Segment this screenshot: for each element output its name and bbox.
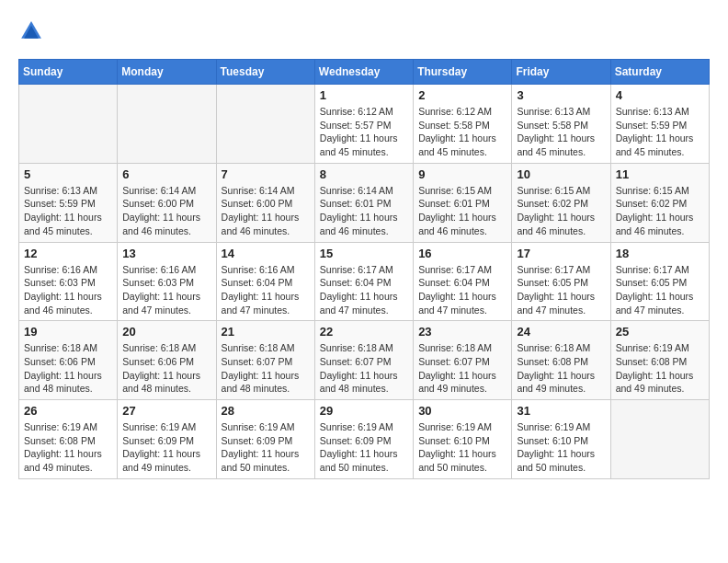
day-info: Sunrise: 6:12 AM Sunset: 5:58 PM Dayligh… bbox=[418, 105, 506, 159]
calendar-day-cell: 15Sunrise: 6:17 AM Sunset: 6:04 PM Dayli… bbox=[314, 242, 413, 321]
calendar-day-cell: 16Sunrise: 6:17 AM Sunset: 6:04 PM Dayli… bbox=[414, 242, 512, 321]
day-number: 11 bbox=[616, 167, 704, 181]
calendar-day-cell: 29Sunrise: 6:19 AM Sunset: 6:09 PM Dayli… bbox=[314, 400, 413, 479]
day-info: Sunrise: 6:19 AM Sunset: 6:10 PM Dayligh… bbox=[517, 420, 605, 475]
calendar-day-cell: 9Sunrise: 6:15 AM Sunset: 6:01 PM Daylig… bbox=[414, 163, 512, 242]
day-info: Sunrise: 6:18 AM Sunset: 6:06 PM Dayligh… bbox=[122, 341, 210, 396]
calendar-day-cell: 24Sunrise: 6:18 AM Sunset: 6:08 PM Dayli… bbox=[512, 321, 610, 400]
calendar-day-cell: 25Sunrise: 6:19 AM Sunset: 6:08 PM Dayli… bbox=[610, 321, 709, 400]
day-info: Sunrise: 6:18 AM Sunset: 6:08 PM Dayligh… bbox=[517, 341, 605, 396]
generalblue-logo-icon bbox=[18, 18, 44, 44]
day-info: Sunrise: 6:17 AM Sunset: 6:04 PM Dayligh… bbox=[418, 263, 506, 317]
day-info: Sunrise: 6:19 AM Sunset: 6:08 PM Dayligh… bbox=[616, 341, 704, 396]
calendar-day-cell: 10Sunrise: 6:15 AM Sunset: 6:02 PM Dayli… bbox=[512, 163, 610, 242]
day-info: Sunrise: 6:13 AM Sunset: 5:59 PM Dayligh… bbox=[24, 184, 112, 238]
day-info: Sunrise: 6:16 AM Sunset: 6:04 PM Dayligh… bbox=[222, 263, 310, 317]
day-info: Sunrise: 6:19 AM Sunset: 6:09 PM Dayligh… bbox=[320, 420, 408, 475]
day-number: 30 bbox=[418, 404, 506, 418]
day-info: Sunrise: 6:15 AM Sunset: 6:01 PM Dayligh… bbox=[418, 184, 506, 238]
day-number: 31 bbox=[517, 404, 605, 418]
day-info: Sunrise: 6:17 AM Sunset: 6:05 PM Dayligh… bbox=[616, 263, 704, 317]
calendar-day-cell: 2Sunrise: 6:12 AM Sunset: 5:58 PM Daylig… bbox=[414, 85, 512, 164]
day-number: 23 bbox=[418, 325, 506, 339]
day-number: 14 bbox=[222, 247, 310, 260]
day-number: 12 bbox=[24, 247, 112, 260]
day-info: Sunrise: 6:18 AM Sunset: 6:06 PM Dayligh… bbox=[24, 341, 112, 396]
day-number: 25 bbox=[616, 325, 704, 339]
calendar-day-cell: 23Sunrise: 6:18 AM Sunset: 6:07 PM Dayli… bbox=[414, 321, 512, 400]
day-number: 10 bbox=[517, 167, 605, 181]
day-info: Sunrise: 6:15 AM Sunset: 6:02 PM Dayligh… bbox=[517, 184, 605, 238]
day-number: 1 bbox=[320, 88, 408, 102]
calendar-table: SundayMondayTuesdayWednesdayThursdayFrid… bbox=[18, 59, 710, 479]
day-number: 15 bbox=[320, 247, 408, 260]
calendar-week-row: 26Sunrise: 6:19 AM Sunset: 6:08 PM Dayli… bbox=[19, 400, 710, 479]
day-info: Sunrise: 6:19 AM Sunset: 6:09 PM Dayligh… bbox=[222, 420, 310, 475]
calendar-day-cell: 18Sunrise: 6:17 AM Sunset: 6:05 PM Dayli… bbox=[610, 242, 709, 321]
calendar-day-cell: 1Sunrise: 6:12 AM Sunset: 5:57 PM Daylig… bbox=[314, 85, 413, 164]
calendar-week-row: 1Sunrise: 6:12 AM Sunset: 5:57 PM Daylig… bbox=[19, 85, 710, 164]
calendar-day-cell: 4Sunrise: 6:13 AM Sunset: 5:59 PM Daylig… bbox=[610, 85, 709, 164]
calendar-day-cell: 5Sunrise: 6:13 AM Sunset: 5:59 PM Daylig… bbox=[19, 163, 118, 242]
day-number: 13 bbox=[122, 247, 210, 260]
day-number: 4 bbox=[616, 88, 704, 102]
page-header bbox=[18, 18, 710, 44]
day-number: 17 bbox=[517, 247, 605, 260]
weekday-header-row: SundayMondayTuesdayWednesdayThursdayFrid… bbox=[19, 60, 710, 85]
day-number: 29 bbox=[320, 404, 408, 418]
calendar-day-cell: 28Sunrise: 6:19 AM Sunset: 6:09 PM Dayli… bbox=[216, 400, 314, 479]
calendar-week-row: 12Sunrise: 6:16 AM Sunset: 6:03 PM Dayli… bbox=[19, 242, 710, 321]
logo bbox=[18, 18, 48, 44]
weekday-header-cell: Thursday bbox=[414, 60, 512, 85]
calendar-day-cell: 31Sunrise: 6:19 AM Sunset: 6:10 PM Dayli… bbox=[512, 400, 610, 479]
calendar-day-cell: 8Sunrise: 6:14 AM Sunset: 6:01 PM Daylig… bbox=[314, 163, 413, 242]
day-number: 2 bbox=[418, 88, 506, 102]
calendar-day-cell bbox=[216, 85, 314, 164]
calendar-day-cell: 6Sunrise: 6:14 AM Sunset: 6:00 PM Daylig… bbox=[118, 163, 216, 242]
day-info: Sunrise: 6:16 AM Sunset: 6:03 PM Dayligh… bbox=[122, 263, 210, 317]
day-info: Sunrise: 6:19 AM Sunset: 6:08 PM Dayligh… bbox=[24, 420, 112, 475]
day-info: Sunrise: 6:17 AM Sunset: 6:05 PM Dayligh… bbox=[517, 263, 605, 317]
day-number: 20 bbox=[122, 325, 210, 339]
day-info: Sunrise: 6:13 AM Sunset: 5:59 PM Dayligh… bbox=[616, 105, 704, 159]
day-info: Sunrise: 6:14 AM Sunset: 6:00 PM Dayligh… bbox=[122, 184, 210, 238]
calendar-day-cell: 27Sunrise: 6:19 AM Sunset: 6:09 PM Dayli… bbox=[118, 400, 216, 479]
day-number: 22 bbox=[320, 325, 408, 339]
calendar-day-cell: 19Sunrise: 6:18 AM Sunset: 6:06 PM Dayli… bbox=[19, 321, 118, 400]
weekday-header-cell: Tuesday bbox=[216, 60, 314, 85]
day-info: Sunrise: 6:13 AM Sunset: 5:58 PM Dayligh… bbox=[517, 105, 605, 159]
day-number: 3 bbox=[517, 88, 605, 102]
calendar-day-cell bbox=[19, 85, 118, 164]
weekday-header-cell: Monday bbox=[118, 60, 216, 85]
day-number: 7 bbox=[222, 167, 310, 181]
calendar-day-cell: 12Sunrise: 6:16 AM Sunset: 6:03 PM Dayli… bbox=[19, 242, 118, 321]
day-info: Sunrise: 6:19 AM Sunset: 6:09 PM Dayligh… bbox=[122, 420, 210, 475]
calendar-day-cell: 30Sunrise: 6:19 AM Sunset: 6:10 PM Dayli… bbox=[414, 400, 512, 479]
day-info: Sunrise: 6:14 AM Sunset: 6:01 PM Dayligh… bbox=[320, 184, 408, 238]
day-number: 21 bbox=[222, 325, 310, 339]
calendar-day-cell bbox=[610, 400, 709, 479]
day-number: 27 bbox=[122, 404, 210, 418]
calendar-day-cell: 7Sunrise: 6:14 AM Sunset: 6:00 PM Daylig… bbox=[216, 163, 314, 242]
calendar-day-cell: 21Sunrise: 6:18 AM Sunset: 6:07 PM Dayli… bbox=[216, 321, 314, 400]
day-number: 26 bbox=[24, 404, 112, 418]
day-number: 8 bbox=[320, 167, 408, 181]
day-number: 16 bbox=[418, 247, 506, 260]
calendar-day-cell: 17Sunrise: 6:17 AM Sunset: 6:05 PM Dayli… bbox=[512, 242, 610, 321]
calendar-week-row: 19Sunrise: 6:18 AM Sunset: 6:06 PM Dayli… bbox=[19, 321, 710, 400]
calendar-day-cell: 14Sunrise: 6:16 AM Sunset: 6:04 PM Dayli… bbox=[216, 242, 314, 321]
calendar-day-cell: 20Sunrise: 6:18 AM Sunset: 6:06 PM Dayli… bbox=[118, 321, 216, 400]
calendar-week-row: 5Sunrise: 6:13 AM Sunset: 5:59 PM Daylig… bbox=[19, 163, 710, 242]
weekday-header-cell: Wednesday bbox=[314, 60, 413, 85]
day-number: 5 bbox=[24, 167, 112, 181]
weekday-header-cell: Friday bbox=[512, 60, 610, 85]
day-number: 24 bbox=[517, 325, 605, 339]
day-number: 6 bbox=[122, 167, 210, 181]
day-info: Sunrise: 6:19 AM Sunset: 6:10 PM Dayligh… bbox=[418, 420, 506, 475]
day-info: Sunrise: 6:15 AM Sunset: 6:02 PM Dayligh… bbox=[616, 184, 704, 238]
day-number: 9 bbox=[418, 167, 506, 181]
calendar-day-cell: 26Sunrise: 6:19 AM Sunset: 6:08 PM Dayli… bbox=[19, 400, 118, 479]
day-number: 18 bbox=[616, 247, 704, 260]
calendar-day-cell: 22Sunrise: 6:18 AM Sunset: 6:07 PM Dayli… bbox=[314, 321, 413, 400]
day-info: Sunrise: 6:12 AM Sunset: 5:57 PM Dayligh… bbox=[320, 105, 408, 159]
